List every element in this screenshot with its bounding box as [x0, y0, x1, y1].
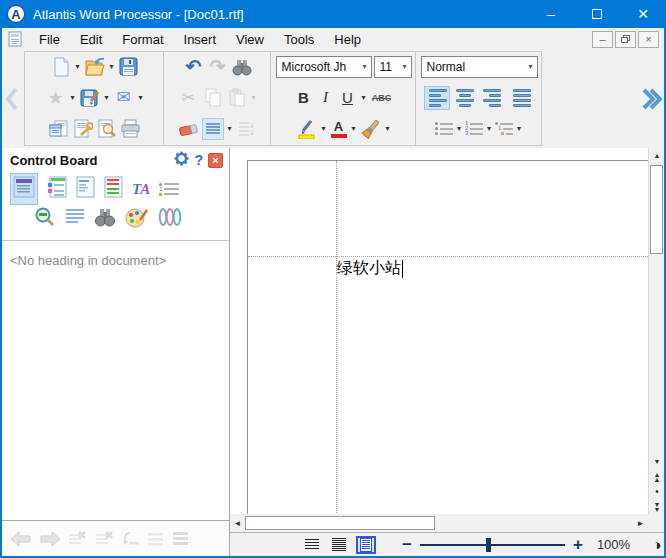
- horizontal-scrollbar[interactable]: ◄ ►: [230, 514, 648, 532]
- bullet-list-dropdown-arrow[interactable]: ▾: [455, 124, 463, 133]
- font-name-combobox[interactable]: Microsoft Jh ▾: [276, 56, 372, 78]
- bullet-list-button[interactable]: [435, 122, 453, 135]
- font-color-button[interactable]: A: [330, 119, 348, 139]
- tab-outline[interactable]: [76, 176, 95, 202]
- underline-button[interactable]: U: [338, 89, 358, 106]
- scroll-right-button[interactable]: ►: [633, 514, 648, 532]
- horizontal-scrollbar-thumb[interactable]: [245, 516, 435, 530]
- save-button[interactable]: [118, 56, 140, 78]
- italic-button[interactable]: I: [316, 89, 336, 106]
- wrench-document-icon: [73, 119, 93, 139]
- align-right-button[interactable]: [480, 86, 506, 110]
- menu-edit[interactable]: Edit: [70, 30, 112, 49]
- multilevel-list-button[interactable]: 1: [495, 122, 513, 135]
- draft-view-button[interactable]: [302, 536, 322, 554]
- multilevel-list-dropdown-arrow[interactable]: ▾: [515, 124, 523, 133]
- document-options-button[interactable]: [72, 118, 94, 140]
- numbered-list-button[interactable]: 1 2 3: [465, 122, 483, 135]
- document-icon[interactable]: [7, 31, 23, 47]
- print-layout-button-active[interactable]: [356, 536, 376, 554]
- align-justify-button[interactable]: [508, 86, 534, 110]
- close-button[interactable]: ✕: [620, 0, 666, 28]
- format-painter-dropdown-arrow[interactable]: ▾: [384, 124, 392, 133]
- menu-view[interactable]: View: [226, 30, 274, 49]
- maximize-button[interactable]: [574, 0, 620, 28]
- numbered-list-dropdown-arrow[interactable]: ▾: [485, 124, 493, 133]
- undo-button[interactable]: ↶: [183, 56, 205, 78]
- select-browse-object-button[interactable]: •: [649, 484, 665, 499]
- menu-help[interactable]: Help: [324, 30, 371, 49]
- settings-gear-icon[interactable]: [174, 151, 189, 170]
- save-as-button[interactable]: [79, 87, 101, 109]
- favorites-dropdown-arrow[interactable]: ▾: [69, 93, 77, 102]
- tab-typography[interactable]: TA: [132, 181, 150, 198]
- minimize-button[interactable]: –: [528, 0, 574, 28]
- menu-format[interactable]: Format: [112, 30, 173, 49]
- scroll-left-button[interactable]: ◄: [230, 514, 245, 532]
- tab-colors[interactable]: [125, 206, 149, 232]
- tab-list-styles[interactable]: 1: [159, 183, 179, 196]
- zoom-slider[interactable]: [420, 538, 565, 552]
- open-button[interactable]: [84, 56, 106, 78]
- toolbar-expand-button[interactable]: [640, 50, 662, 148]
- menu-insert[interactable]: Insert: [174, 30, 227, 49]
- scroll-up-button[interactable]: ▲: [649, 148, 665, 163]
- find-button[interactable]: [231, 56, 253, 78]
- email-button[interactable]: ✉: [113, 87, 135, 109]
- zoom-slider-handle[interactable]: [486, 538, 491, 552]
- tab-zoom[interactable]: [34, 206, 56, 232]
- highlight-button[interactable]: [296, 118, 318, 140]
- tab-attachments[interactable]: [158, 206, 182, 232]
- paragraph-dropdown-arrow[interactable]: ▾: [226, 124, 234, 133]
- tab-styles[interactable]: [104, 176, 123, 202]
- panel-close-button[interactable]: ×: [208, 153, 223, 168]
- zoom-out-button[interactable]: −: [402, 535, 412, 555]
- toolbar-scroll-left-button[interactable]: [4, 50, 20, 148]
- bold-button[interactable]: B: [294, 89, 314, 106]
- copy-button-disabled: [202, 87, 224, 109]
- open-dropdown-arrow[interactable]: ▾: [108, 62, 116, 71]
- contrast-toggle-button[interactable]: ◑: [652, 536, 661, 553]
- format-painter-button[interactable]: [360, 118, 382, 140]
- strikethrough-button[interactable]: ABC: [370, 93, 394, 103]
- document-viewport[interactable]: 绿软小站: [230, 148, 648, 514]
- document-text-line[interactable]: 绿软小站: [337, 258, 403, 279]
- next-page-button[interactable]: ▼▼: [649, 499, 665, 514]
- previous-page-button[interactable]: ▲▲: [649, 469, 665, 484]
- vertical-scrollbar[interactable]: ▲ ▼ ▲▲ • ▼▼: [648, 148, 664, 514]
- mdi-restore-button[interactable]: [615, 31, 636, 48]
- align-left-button[interactable]: [424, 86, 450, 110]
- menu-bar: File Edit Format Insert View Tools Help …: [2, 28, 664, 50]
- mdi-close-button[interactable]: ×: [638, 31, 659, 48]
- document-properties-button[interactable]: [48, 118, 70, 140]
- font-size-combobox[interactable]: 11 ▾: [374, 56, 412, 78]
- scroll-down-button[interactable]: ▼: [649, 454, 665, 469]
- web-view-button[interactable]: [329, 536, 349, 554]
- help-icon[interactable]: ?: [194, 152, 203, 168]
- menu-tools[interactable]: Tools: [274, 30, 324, 49]
- tab-toc[interactable]: [47, 176, 67, 202]
- document-page[interactable]: 绿软小站: [247, 160, 648, 514]
- eraser-button[interactable]: [178, 118, 200, 140]
- tab-headings-active[interactable]: [10, 173, 38, 205]
- align-center-button[interactable]: [452, 86, 478, 110]
- underline-dropdown-arrow[interactable]: ▾: [360, 93, 368, 102]
- email-dropdown-arrow[interactable]: ▾: [137, 93, 145, 102]
- font-color-dropdown-arrow[interactable]: ▾: [350, 124, 358, 133]
- highlighter-icon: [298, 119, 316, 139]
- new-document-button[interactable]: [50, 56, 72, 78]
- highlight-dropdown-arrow[interactable]: ▾: [320, 124, 328, 133]
- zoom-in-button[interactable]: +: [573, 535, 583, 555]
- save-as-dropdown-arrow[interactable]: ▾: [103, 93, 111, 102]
- print-preview-button[interactable]: [96, 118, 118, 140]
- tab-paragraph[interactable]: [65, 207, 85, 231]
- tab-search[interactable]: [94, 207, 116, 231]
- print-button[interactable]: [120, 118, 142, 140]
- vertical-scrollbar-thumb[interactable]: [650, 165, 663, 254]
- menu-file[interactable]: File: [29, 30, 70, 49]
- paragraph-formatting-button[interactable]: [202, 118, 224, 140]
- style-combobox[interactable]: Normal ▾: [421, 56, 538, 78]
- binoculars-icon: [232, 58, 252, 76]
- new-dropdown-arrow[interactable]: ▾: [74, 62, 82, 71]
- mdi-minimize-button[interactable]: –: [592, 31, 613, 48]
